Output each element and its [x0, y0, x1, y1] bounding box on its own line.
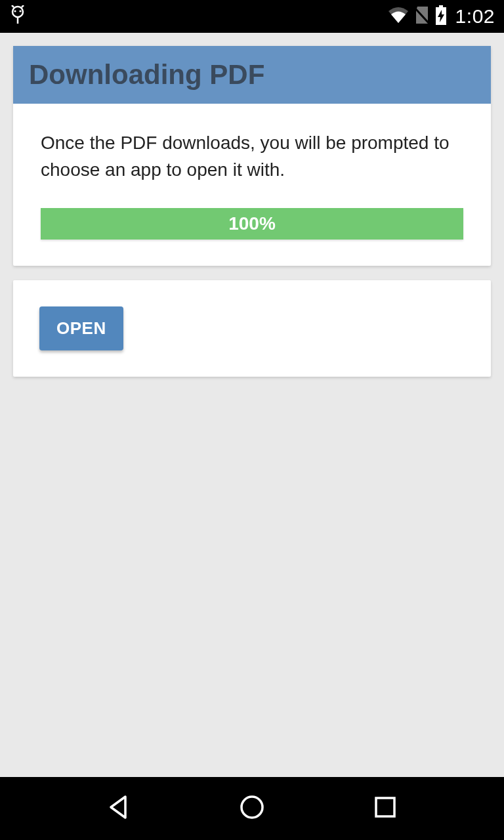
open-card: OPEN: [13, 280, 491, 377]
download-message: Once the PDF downloads, you will be prom…: [41, 130, 463, 183]
svg-point-1: [14, 10, 16, 12]
status-time: 1:02: [455, 5, 495, 28]
no-sim-icon: [413, 5, 430, 28]
status-bar-left: [9, 5, 26, 28]
svg-line-3: [12, 5, 14, 7]
open-button[interactable]: OPEN: [39, 306, 123, 350]
back-button[interactable]: [99, 789, 138, 828]
download-card-header: Downloading PDF: [13, 46, 491, 104]
recents-button[interactable]: [366, 789, 405, 828]
download-progress-bar: 100%: [41, 208, 463, 240]
android-debug-icon: [9, 5, 26, 28]
home-icon: [239, 794, 265, 823]
status-bar-right: 1:02: [387, 5, 495, 28]
back-icon: [106, 794, 132, 823]
svg-rect-11: [376, 798, 394, 816]
download-card-body: Once the PDF downloads, you will be prom…: [13, 104, 491, 266]
svg-line-4: [22, 5, 24, 7]
recents-icon: [373, 795, 397, 822]
svg-point-0: [12, 7, 23, 17]
navigation-bar: [0, 777, 504, 840]
svg-point-2: [19, 10, 21, 12]
status-bar: 1:02: [0, 0, 504, 33]
download-card: Downloading PDF Once the PDF downloads, …: [13, 46, 491, 266]
svg-rect-8: [439, 5, 443, 7]
svg-point-10: [242, 797, 262, 818]
main-content: Downloading PDF Once the PDF downloads, …: [0, 33, 504, 777]
wifi-icon: [387, 6, 410, 27]
download-title: Downloading PDF: [29, 59, 475, 91]
battery-charging-icon: [434, 5, 448, 28]
home-button[interactable]: [232, 789, 272, 828]
download-progress-label: 100%: [228, 213, 276, 234]
